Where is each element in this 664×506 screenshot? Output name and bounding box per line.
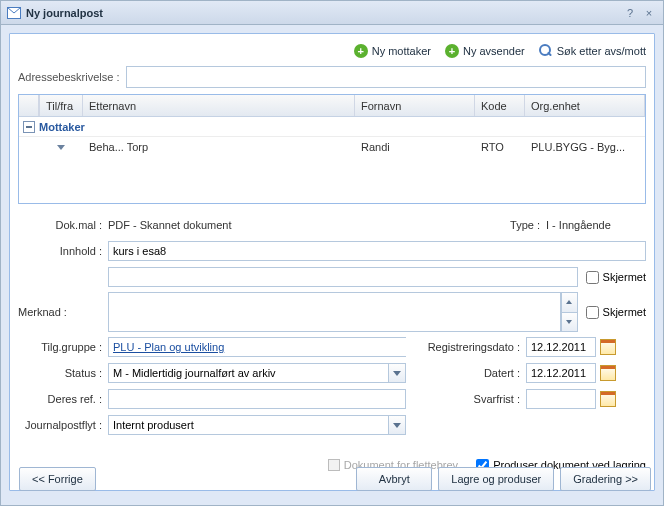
calendar-icon[interactable] (600, 339, 616, 355)
content-area: + Ny mottaker + Ny avsender Søk etter av… (1, 25, 663, 499)
regdato-label: Registreringsdato : (416, 341, 526, 353)
cell-kode: RTO (475, 137, 525, 157)
cell-etternavn: Beha... Torp (83, 137, 355, 157)
deres-label: Deres ref. : (18, 393, 108, 405)
spin-up-button[interactable] (561, 292, 578, 312)
cell-orgenhet: PLU.BYGG - Byg... (525, 137, 645, 157)
footer-buttons: << Forrige Avbryt Lagre og produser Grad… (1, 457, 663, 505)
merknad-label: Merknad : (18, 292, 108, 332)
forrige-button[interactable]: << Forrige (19, 467, 96, 491)
form-area: Dok.mal : PDF - Skannet dokument Type : … (18, 214, 646, 476)
avbryt-button[interactable]: Avbryt (356, 467, 432, 491)
innhold2-input[interactable] (108, 267, 578, 287)
dokmal-value: PDF - Skannet dokument (108, 219, 496, 231)
skjermet2-row: Skjermet (586, 292, 646, 332)
spin-down-button[interactable] (561, 312, 578, 333)
arrow-down-icon (566, 320, 572, 324)
chevron-down-icon (393, 423, 401, 428)
skjermet2-label: Skjermet (603, 306, 646, 318)
chevron-down-icon (393, 371, 401, 376)
grid-group-row[interactable]: Mottaker (19, 117, 645, 137)
status-combo[interactable] (108, 363, 406, 383)
col-fornavn[interactable]: Fornavn (355, 95, 475, 116)
flyt-trigger[interactable] (388, 415, 406, 435)
col-etternavn[interactable]: Etternavn (83, 95, 355, 116)
col-tilfra[interactable]: Til/fra (39, 95, 83, 116)
datert-label: Datert : (416, 367, 526, 379)
type-value: I - Inngående (546, 219, 646, 231)
type-label: Type : (496, 219, 546, 231)
recipients-grid: Til/fra Etternavn Fornavn Kode Org.enhet… (18, 94, 646, 204)
deres-input[interactable] (108, 389, 406, 409)
search-label: Søk etter avs/mott (557, 45, 646, 57)
svarfrist-label: Svarfrist : (416, 393, 526, 405)
help-button[interactable]: ? (622, 5, 638, 21)
cell-tilfra[interactable] (39, 137, 83, 157)
flyt-input[interactable] (108, 415, 388, 435)
cell-fornavn: Randi (355, 137, 475, 157)
grid-header: Til/fra Etternavn Fornavn Kode Org.enhet (19, 95, 645, 117)
address-row: Adressebeskrivelse : (18, 66, 646, 88)
group-label: Mottaker (39, 121, 85, 133)
chevron-down-icon (57, 145, 65, 150)
search-icon (539, 44, 553, 58)
tilg-input[interactable] (108, 337, 406, 357)
grid-header-expander (19, 95, 39, 116)
skjermet1-checkbox[interactable] (586, 271, 599, 284)
dokmal-label: Dok.mal : (18, 219, 108, 231)
innhold-label: Innhold : (18, 245, 108, 257)
search-recipient-button[interactable]: Søk etter avs/mott (539, 44, 646, 58)
grid-body: Mottaker Beha... Torp Randi RTO PLU.BYGG… (19, 117, 645, 157)
new-recipient-button[interactable]: + Ny mottaker (354, 44, 431, 58)
plus-icon: + (445, 44, 459, 58)
action-toolbar: + Ny mottaker + Ny avsender Søk etter av… (18, 40, 646, 66)
regdato-input[interactable] (526, 337, 596, 357)
svarfrist-input[interactable] (526, 389, 596, 409)
new-sender-button[interactable]: + Ny avsender (445, 44, 525, 58)
dialog-window: Ny journalpost ? × + Ny mottaker + Ny av… (0, 0, 664, 506)
new-sender-label: Ny avsender (463, 45, 525, 57)
new-recipient-label: Ny mottaker (372, 45, 431, 57)
lagre-produser-button[interactable]: Lagre og produser (438, 467, 554, 491)
flyt-combo[interactable] (108, 415, 406, 435)
main-panel: + Ny mottaker + Ny avsender Søk etter av… (9, 33, 655, 491)
window-title: Ny journalpost (26, 7, 619, 19)
merknad-textarea[interactable] (108, 292, 561, 332)
collapse-icon[interactable] (23, 121, 35, 133)
skjermet1-row: Skjermet (586, 271, 646, 284)
gradering-button[interactable]: Gradering >> (560, 467, 651, 491)
tilg-label: Tilg.gruppe : (18, 341, 108, 353)
datert-input[interactable] (526, 363, 596, 383)
col-kode[interactable]: Kode (475, 95, 525, 116)
merknad-spinner (561, 292, 578, 332)
tilg-combo[interactable] (108, 337, 406, 357)
plus-icon: + (354, 44, 368, 58)
address-label: Adressebeskrivelse : (18, 71, 120, 83)
calendar-icon[interactable] (600, 365, 616, 381)
address-input[interactable] (126, 66, 647, 88)
skjermet2-checkbox[interactable] (586, 306, 599, 319)
calendar-icon[interactable] (600, 391, 616, 407)
grid-data-row[interactable]: Beha... Torp Randi RTO PLU.BYGG - Byg... (19, 137, 645, 157)
status-trigger[interactable] (388, 363, 406, 383)
mail-icon (7, 6, 21, 20)
col-orgenhet[interactable]: Org.enhet (525, 95, 645, 116)
flyt-label: Journalpostflyt : (18, 419, 108, 431)
titlebar: Ny journalpost ? × (1, 1, 663, 25)
skjermet1-label: Skjermet (603, 271, 646, 283)
arrow-up-icon (566, 300, 572, 304)
close-button[interactable]: × (641, 5, 657, 21)
innhold-input[interactable] (108, 241, 646, 261)
status-label: Status : (18, 367, 108, 379)
status-input[interactable] (108, 363, 388, 383)
